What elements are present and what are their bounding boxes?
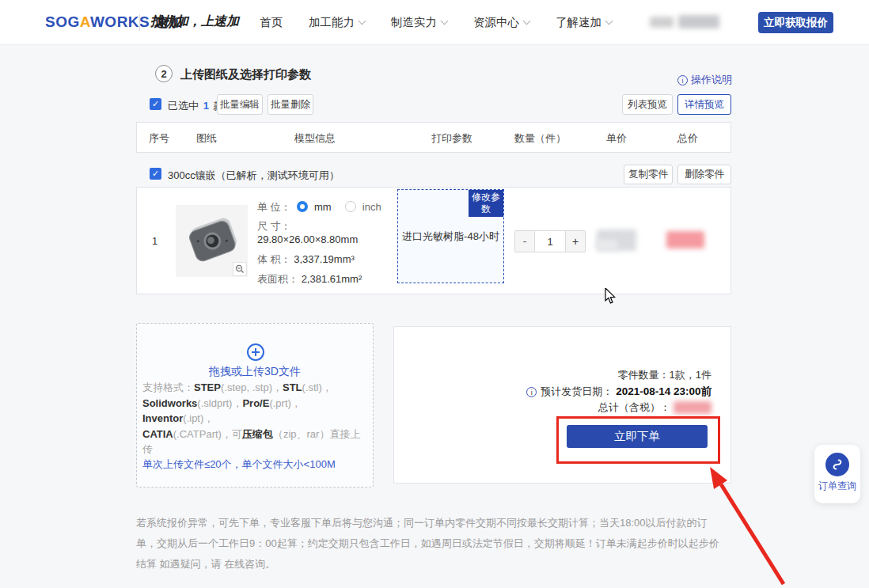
batch-delete-button[interactable]: 批量删除	[268, 94, 313, 115]
ship-date-line: i 预计发货日期： 2021-08-14 23:00前	[526, 385, 712, 399]
nav-item-resources[interactable]: 资源中心	[473, 15, 529, 30]
volume-row: 体 积： 3,337.19mm³	[257, 252, 355, 267]
quantity-input[interactable]	[535, 230, 565, 252]
chevron-down-icon	[605, 17, 613, 25]
radio-mm[interactable]	[297, 201, 308, 212]
operation-help-link[interactable]: i 操作说明	[677, 73, 732, 87]
quantity-decrease-button[interactable]: -	[514, 230, 535, 252]
size-value: 29.80×26.00×8.80mm	[257, 233, 358, 245]
upload-title-link[interactable]: 拖拽或上传3D文件	[137, 365, 373, 379]
blurred-user-info[interactable]	[678, 15, 719, 28]
col-header-model-info: 模型信息	[294, 131, 336, 146]
place-order-button[interactable]: 立即下单	[567, 425, 708, 448]
info-icon: i	[526, 387, 537, 397]
supported-formats-text: 支持格式：STEP(.step, .stp)，STL(.stl)，Solidwo…	[142, 380, 370, 457]
blurred-user-info	[650, 17, 674, 28]
page-title: 上传图纸及选择打印参数	[180, 67, 311, 82]
surface-area-row: 表面积： 2,381.61mm²	[257, 272, 362, 286]
upload-dropzone[interactable]: 拖拽或上传3D文件 支持格式：STEP(.step, .stp)，STL(.st…	[136, 323, 374, 487]
modify-params-tag[interactable]: 修改参数	[469, 190, 503, 217]
part-name-label: 300cc镶嵌（已解析，测试环境可用）	[168, 169, 340, 183]
chevron-down-icon	[359, 17, 366, 25]
col-header-print-params: 打印参数	[431, 131, 472, 146]
row-index: 1	[152, 235, 157, 247]
get-quote-button[interactable]: 立即获取报价	[758, 12, 833, 33]
select-all-checkbox[interactable]: ✓	[150, 98, 161, 110]
nav-item-home[interactable]: 首页	[260, 15, 283, 30]
info-icon: i	[677, 75, 688, 85]
ship-date-value: 2021-08-14 23:00前	[616, 385, 712, 399]
total-price-line: 总计（含税）：	[598, 400, 712, 415]
blurred-total-price	[666, 231, 704, 248]
size-label: 尺 寸：	[257, 219, 291, 233]
radio-inch[interactable]	[345, 201, 356, 212]
order-query-label: 订单查询	[814, 480, 860, 493]
order-query-widget[interactable]: 订单查询	[814, 445, 860, 503]
logo-a-mark: A	[80, 13, 90, 30]
divider	[139, 14, 140, 31]
print-param-selector[interactable]: 进口光敏树脂-48小时 修改参数	[397, 189, 504, 283]
order-query-icon	[825, 453, 849, 476]
print-param-value: 进口光敏树脂-48小时	[402, 230, 499, 244]
step-number-badge: 2	[155, 65, 173, 82]
nav-item-capability[interactable]: 加工能力	[309, 15, 365, 30]
order-summary-card: 零件数量： 1款，1件 i 预计发货日期： 2021-08-14 23:00前 …	[393, 326, 731, 484]
pricing-disclaimer-text: 若系统报价异常，可先下单，专业客服下单后将与您沟通；同一订单内零件交期不同按最长…	[136, 513, 723, 575]
col-header-index: 序号	[149, 131, 169, 146]
logo-text: SOG	[45, 13, 80, 30]
slogan-text: 找机加，上速加	[150, 13, 239, 30]
top-navbar: SOGAWORKS速加 找机加，上速加 首页 加工能力 制造实力 资源中心 了解…	[0, 0, 869, 45]
plus-circle-icon	[246, 343, 265, 362]
quantity-increase-button[interactable]: +	[565, 230, 586, 252]
col-header-total-price: 总价	[677, 131, 698, 146]
upload-limit-text: 单次上传文件≤20个，单个文件大小<100M	[142, 457, 370, 472]
batch-edit-button[interactable]: 批量编辑	[217, 94, 263, 115]
delete-part-button[interactable]: 删除零件	[677, 165, 731, 184]
col-header-quantity: 数量（件）	[514, 131, 566, 146]
blurred-total-amount	[674, 401, 712, 414]
col-header-unit-price: 单价	[606, 131, 627, 146]
part-checkbox[interactable]: ✓	[150, 168, 161, 180]
list-preview-button[interactable]: 列表预览	[622, 94, 673, 115]
main-nav: 首页 加工能力 制造实力 资源中心 了解速加	[260, 0, 612, 44]
chevron-down-icon	[441, 17, 449, 25]
blurred-unit-price	[597, 240, 617, 250]
unit-row: 单 位： mm inch	[257, 200, 381, 214]
nav-item-about[interactable]: 了解速加	[556, 15, 612, 30]
parts-count-value: 1款，1件	[670, 368, 712, 382]
chevron-down-icon	[523, 17, 531, 25]
col-header-drawing: 图纸	[196, 131, 217, 146]
selected-count-value: 1	[202, 100, 211, 112]
nav-item-manufacturing[interactable]: 制造实力	[391, 15, 447, 30]
part-thumbnail[interactable]	[176, 205, 248, 277]
detail-preview-button[interactable]: 详情预览	[677, 94, 731, 115]
zoom-magnifier-icon[interactable]	[233, 262, 247, 276]
copy-part-button[interactable]: 复制零件	[624, 165, 673, 184]
parts-count-line: 零件数量： 1款，1件	[618, 368, 712, 382]
